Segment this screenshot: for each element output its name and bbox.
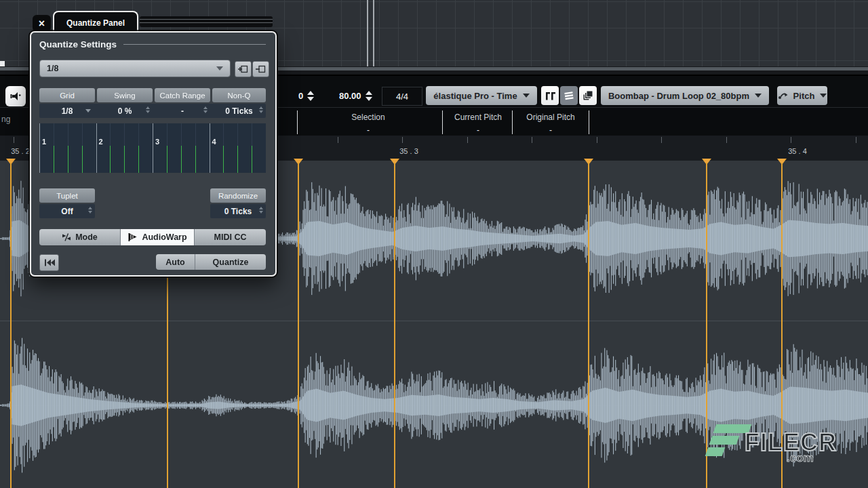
preset-value: 1/8: [47, 64, 58, 73]
spinner-icon[interactable]: [88, 207, 92, 214]
tempo-spinner[interactable]: [366, 91, 372, 101]
quantize-mode-icon: [62, 232, 71, 242]
ruler-label: 35 . 3: [399, 147, 418, 155]
swing-header-button[interactable]: Swing: [97, 88, 153, 102]
audition-button[interactable]: [5, 86, 26, 106]
add-preset-icon: [238, 65, 248, 73]
tuplet-button[interactable]: Tuplet: [39, 188, 95, 203]
quantize-grid-line: [138, 146, 139, 173]
grid-value-field[interactable]: 1/8: [39, 104, 95, 118]
midi-cc-tab[interactable]: MIDI CC: [195, 229, 266, 245]
ruler-label: 35 . 2: [11, 147, 30, 155]
warp-marker[interactable]: [390, 159, 399, 488]
ruler-tick: [597, 137, 597, 143]
auto-button[interactable]: Auto: [156, 254, 195, 270]
ruler-tick: [14, 137, 14, 143]
section-header: Quantize Settings: [39, 39, 266, 49]
ruler-tick: [532, 137, 532, 143]
panel-drag-handle[interactable]: [140, 16, 273, 27]
speaker-icon: [9, 91, 22, 102]
corner-brackets-icon: [545, 91, 556, 100]
pitch-dropdown[interactable]: Pitch: [777, 86, 827, 105]
quantize-grid-line: [167, 146, 167, 173]
tuplet-value-field[interactable]: Off: [39, 204, 95, 218]
info-partial-text: ng: [1, 115, 10, 124]
quantize-value-row: 1/8 0 % - 0 Ticks: [39, 104, 266, 118]
info-separator: [512, 110, 513, 134]
chevron-down-icon: [216, 66, 223, 70]
beat-line: [153, 123, 153, 173]
chevron-down-icon: [820, 94, 827, 98]
quantize-grid-line: [124, 146, 125, 173]
mode-tab[interactable]: Mode: [39, 229, 121, 245]
nonq-value-field[interactable]: 0 Ticks: [212, 104, 266, 118]
info-column-label: Selection: [351, 113, 384, 122]
clip-name-dropdown[interactable]: Boombap - Drum Loop 02_80bpm: [601, 86, 769, 105]
warp-marker[interactable]: [294, 159, 303, 488]
ruler-tick: [791, 137, 791, 143]
info-separator: [442, 110, 443, 134]
mode-tab-bar: Mode AudioWarp MIDI CC: [39, 229, 266, 245]
transpose-field[interactable]: 0: [298, 91, 314, 101]
ruler-tick: [856, 137, 856, 143]
quantize-button[interactable]: Quantize: [195, 254, 266, 270]
tempo-value: 80.00: [339, 91, 361, 101]
quantize-grid-line: [252, 146, 252, 173]
randomize-button[interactable]: Randomize: [210, 188, 266, 203]
chevron-down-icon: [85, 109, 91, 113]
chevron-down-icon: [755, 94, 762, 98]
info-column-label: Current Pitch: [454, 113, 502, 122]
beat-line: [39, 123, 40, 173]
spinner-icon[interactable]: [259, 106, 263, 113]
warp-marker[interactable]: [584, 159, 593, 488]
event-edges-button[interactable]: [541, 86, 559, 105]
rewind-icon: [43, 258, 56, 267]
tempo-field[interactable]: 80.00: [339, 91, 372, 101]
remove-preset-button[interactable]: [252, 61, 269, 77]
apply-button-bar: Auto Quantize: [156, 254, 266, 270]
beat-number: 3: [155, 138, 159, 146]
info-column-value[interactable]: -: [367, 125, 370, 135]
quantize-panel-tab[interactable]: Quantize Panel: [53, 11, 138, 34]
panel-title: Quantize Panel: [66, 18, 125, 28]
audiowarp-icon: [127, 232, 138, 242]
warp-algorithm-dropdown[interactable]: élastique Pro - Time: [426, 86, 537, 105]
algorithm-label: élastique Pro - Time: [433, 91, 517, 101]
quantize-grid-line: [68, 146, 68, 173]
quantize-panel: × Quantize Panel Quantize Settings 1/8 G…: [30, 9, 277, 277]
grid-header-button[interactable]: Grid: [39, 88, 95, 102]
transpose-spinner[interactable]: [307, 91, 314, 101]
pitch-icon: [778, 92, 788, 100]
audiowarp-tab[interactable]: AudioWarp: [121, 229, 195, 245]
layers-icon: [564, 90, 574, 101]
clip-list-button[interactable]: [579, 86, 597, 105]
warp-marker[interactable]: [6, 159, 16, 488]
catch-range-value-field[interactable]: -: [155, 104, 210, 118]
ruler-label: 35 . 4: [788, 147, 807, 155]
ruler-tick: [338, 137, 338, 143]
randomize-value-field[interactable]: 0 Ticks: [210, 204, 266, 218]
close-icon[interactable]: ×: [33, 15, 51, 32]
clip-name-label: Boombap - Drum Loop 02_80bpm: [608, 91, 749, 101]
catch-range-header-button[interactable]: Catch Range: [155, 88, 210, 102]
spinner-icon[interactable]: [203, 106, 208, 113]
remove-preset-icon: [256, 65, 266, 73]
time-signature-field[interactable]: 4/4: [382, 87, 422, 106]
ruler-tick: [726, 137, 727, 143]
quantize-preset-dropdown[interactable]: 1/8: [39, 60, 231, 77]
transpose-value: 0: [298, 91, 303, 101]
spinner-icon[interactable]: [146, 106, 150, 113]
info-column-value[interactable]: -: [549, 125, 552, 135]
zoom-layers-button[interactable]: [560, 86, 578, 105]
nonq-header-button[interactable]: Non-Q: [212, 88, 266, 102]
reset-button[interactable]: [39, 254, 59, 271]
swing-value-field[interactable]: 0 %: [97, 104, 153, 118]
spinner-icon[interactable]: [259, 207, 263, 214]
beat-number: 1: [42, 138, 46, 146]
grid-line-horizontal: [0, 1, 868, 2]
beat-number: 2: [99, 138, 103, 146]
info-column-value[interactable]: -: [477, 125, 479, 135]
save-preset-button[interactable]: [235, 61, 252, 77]
beat-number: 4: [212, 138, 216, 146]
info-separator: [297, 110, 298, 134]
